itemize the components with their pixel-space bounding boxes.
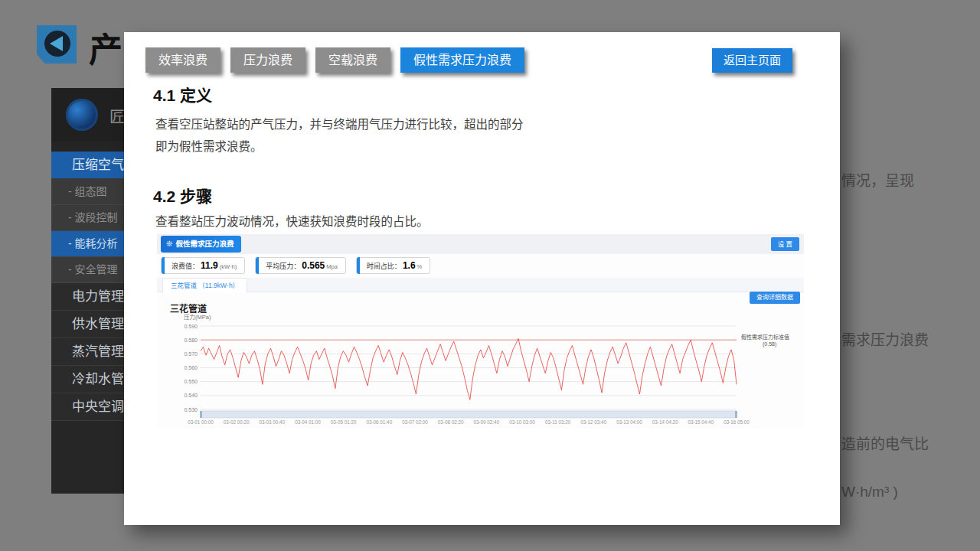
svg-text:03-07 02:00: 03-07 02:00 (402, 419, 428, 425)
pipe-tab[interactable]: 三花管道 （11.9kW·h） (162, 278, 247, 293)
svg-text:03-16 05:00: 03-16 05:00 (724, 419, 750, 425)
pressure-line-chart: 压力(MPa)0.5900.5800.5700.5600.5500.5400.5… (184, 312, 804, 429)
svg-text:03-04 01:00: 03-04 01:00 (295, 419, 321, 425)
svg-text:0.550: 0.550 (184, 379, 198, 384)
sparkle-icon: ❊ (166, 240, 172, 248)
background-text-fragment: 造前的电气比 (841, 432, 929, 453)
svg-text:压力(MPa): 压力(MPa) (184, 313, 211, 321)
svg-text:03-13 04:00: 03-13 04:00 (616, 419, 642, 425)
sidebar-logo-label: 匠 (109, 105, 125, 127)
stat-value: 0.565 (302, 260, 325, 271)
stat-unit: % (417, 263, 423, 270)
pipe-tab-row: 三花管道 （11.9kW·h） (157, 278, 804, 292)
dashboard-title-badge: ❊假性需求压力浪费 (161, 236, 241, 253)
dashboard-screenshot: ❊假性需求压力浪费 设 置 浪费值：11.9(kW·h)平均压力：0.565Mp… (157, 231, 804, 429)
svg-text:0.530: 0.530 (184, 407, 198, 412)
svg-text:03-12 03:40: 03-12 03:40 (581, 419, 607, 425)
tab[interactable]: 假性需求压力浪费 (400, 47, 524, 73)
svg-text:03-02 00:20: 03-02 00:20 (224, 419, 250, 425)
background-text-fragment: W·h/m³ ) (841, 484, 898, 500)
stat-unit: (kW·h) (220, 263, 237, 270)
tab[interactable]: 压力浪费 (230, 47, 305, 73)
chart-holder: 压力(MPa)0.5900.5800.5700.5600.5500.5400.5… (184, 312, 804, 429)
stat-accent-bar (162, 257, 165, 274)
svg-text:03-03 00:40: 03-03 00:40 (260, 419, 286, 425)
section-text: 查看空压站整站的产气压力，并与终端用气压力进行比较，超出的部分 (155, 115, 524, 132)
svg-text:0.580: 0.580 (184, 337, 198, 343)
stat-label: 浪费值： (172, 262, 199, 270)
query-detail-button[interactable]: 查询详细数据 (750, 292, 800, 304)
stat-box: 平均压力：0.565Mpa (255, 257, 346, 274)
svg-text:03-01 00:00: 03-01 00:00 (188, 419, 214, 425)
svg-text:03-05 01:20: 03-05 01:20 (331, 419, 357, 425)
dashboard-header: ❊假性需求压力浪费 设 置 (157, 234, 804, 254)
svg-text:0.540: 0.540 (184, 393, 198, 398)
back-arrow-glyph (37, 25, 77, 64)
stat-accent-bar (357, 257, 360, 274)
help-modal: 效率浪费压力浪费空载浪费假性需求压力浪费 返回主页面 4.1 定义 查看空压站整… (124, 32, 840, 525)
svg-text:(0.58): (0.58) (763, 341, 776, 347)
back-icon[interactable] (37, 25, 77, 64)
stat-unit: Mpa (326, 263, 338, 270)
background-text-fragment: 情况，呈现 (841, 169, 914, 190)
tab-bar: 效率浪费压力浪费空载浪费假性需求压力浪费 (145, 47, 524, 73)
svg-text:03-10 03:00: 03-10 03:00 (509, 419, 535, 425)
stat-accent-bar (256, 257, 259, 274)
return-home-button[interactable]: 返回主页面 (712, 48, 792, 73)
settings-button[interactable]: 设 置 (771, 237, 799, 251)
svg-text:03-11 03:20: 03-11 03:20 (545, 419, 571, 425)
dashboard-title: 假性需求压力浪费 (175, 240, 234, 248)
stat-value: 11.9 (201, 260, 218, 271)
svg-text:03-08 02:20: 03-08 02:20 (438, 419, 464, 425)
svg-text:0.560: 0.560 (184, 365, 198, 370)
stat-value: 1.6 (403, 260, 416, 271)
stat-box: 浪费值：11.9(kW·h) (161, 257, 245, 274)
svg-text:0.570: 0.570 (184, 351, 198, 357)
stat-label: 时间占比： (367, 262, 401, 270)
svg-text:假性需求压力标准值: 假性需求压力标准值 (741, 334, 789, 341)
section-heading: 4.1 定义 (153, 83, 212, 106)
section-text: 即为假性需求浪费。 (155, 137, 263, 154)
stat-box: 时间占比：1.6% (356, 257, 430, 274)
tab[interactable]: 空载浪费 (315, 47, 390, 73)
background-text-fragment: 需求压力浪费 (841, 328, 929, 349)
company-logo-icon (66, 99, 98, 131)
section-text: 查看整站压力波动情况，快速获知浪费时段的占比。 (155, 212, 429, 229)
screen: 产品 情况，呈现 需求压力浪费 造前的电气比 W·h/m³ ) 匠 压缩空气- … (0, 0, 980, 551)
section-heading: 4.2 步骤 (153, 184, 212, 207)
svg-text:03-14 04:20: 03-14 04:20 (652, 419, 678, 425)
svg-text:03-06 01:40: 03-06 01:40 (367, 419, 393, 425)
svg-text:0.590: 0.590 (184, 324, 198, 329)
stat-label: 平均压力： (266, 262, 300, 270)
tab[interactable]: 效率浪费 (145, 47, 220, 73)
stats-row: 浪费值：11.9(kW·h)平均压力：0.565Mpa时间占比：1.6% (161, 257, 430, 274)
svg-text:03-09 02:40: 03-09 02:40 (474, 419, 500, 425)
svg-text:03-15 04:40: 03-15 04:40 (688, 419, 714, 425)
